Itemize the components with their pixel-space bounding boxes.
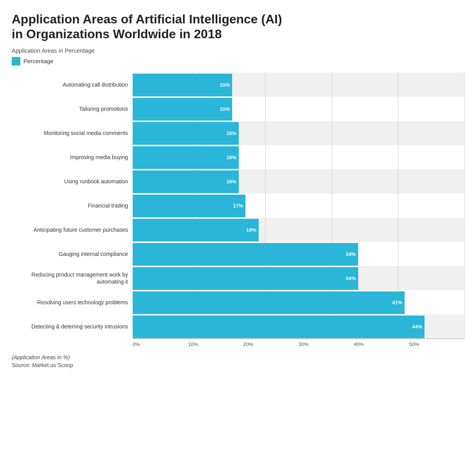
x-tick-label: 30% [298,341,354,347]
bar-row: 16% [133,145,464,169]
bar-row: 15% [133,97,464,121]
bar: 17% [133,195,245,217]
y-label: Using runbook automation [12,169,133,193]
y-label: Automating call distribution [12,73,133,97]
bar-value-label: 15% [220,106,230,112]
x-axis-row: 0%10%20%30%40%50% [133,341,464,347]
bar: 44% [133,316,424,338]
x-tick-label: 20% [243,341,298,347]
bar-row: 34% [133,266,464,290]
x-tick-label: 10% [188,341,243,347]
chart-area: Automating call distributionTailoring pr… [12,73,464,347]
bar-value-label: 15% [220,82,230,88]
bar-value-label: 34% [346,251,356,257]
bar: 16% [133,170,239,193]
x-tick-label: 0% [133,341,188,347]
bar-row: 44% [133,314,464,339]
bar-value-label: 44% [412,324,422,330]
bar: 15% [133,74,232,96]
bar-row: 19% [133,218,464,242]
source: Source: Market.us Scoop [12,362,464,368]
bar: 41% [133,291,405,314]
bar: 16% [133,122,239,145]
y-label: Resolving users technology problems [12,290,133,314]
y-label: Gauging internal compliance [12,242,133,266]
chart-container: Automating call distributionTailoring pr… [12,73,464,339]
y-label: Anticipating future customer purchases [12,218,133,242]
grid-line [464,73,465,339]
bar-row: 41% [133,290,464,314]
legend-color-box [12,57,20,66]
bar-row: 17% [133,193,464,218]
y-label: Detecting & deterring security intrusion… [12,314,133,339]
legend-label: Percentage [23,58,53,64]
chart-title: Application Areas of Artificial Intellig… [12,12,285,42]
y-labels: Automating call distributionTailoring pr… [12,73,133,339]
x-tick-label: 40% [354,341,409,347]
bar-row: 34% [133,242,464,266]
bar-value-label: 16% [226,179,236,185]
bar-value-label: 17% [233,203,243,209]
bar-value-label: 19% [246,227,256,233]
bar: 15% [133,98,232,121]
y-label: Improving media buying [12,145,133,169]
x-axis-line [133,339,464,339]
bar-row: 16% [133,169,464,193]
bar-row: 16% [133,121,464,145]
y-label: Monitoring social media comments [12,121,133,145]
bar: 19% [133,219,259,241]
bar-row: 15% [133,73,464,97]
bar-value-label: 16% [226,154,236,160]
bar-value-label: 34% [346,275,356,281]
bar: 16% [133,146,239,169]
footnote: (Application Areas in %) [12,354,464,360]
x-tick-label: 50% [409,341,464,347]
bar-value-label: 41% [392,300,402,305]
y-label: Tailoring promotions [12,97,133,121]
y-label: Reducing product management work by auto… [12,266,133,290]
bar-value-label: 16% [226,130,236,136]
y-label: Financial trading [12,193,133,218]
bar: 34% [133,267,358,290]
bars-area: 15%15%16%16%16%17%19%34%34%41%44% [133,73,464,339]
axis-label: Application Areas in Percentage [12,47,464,54]
legend: Percentage [12,57,464,66]
bar: 34% [133,243,358,266]
